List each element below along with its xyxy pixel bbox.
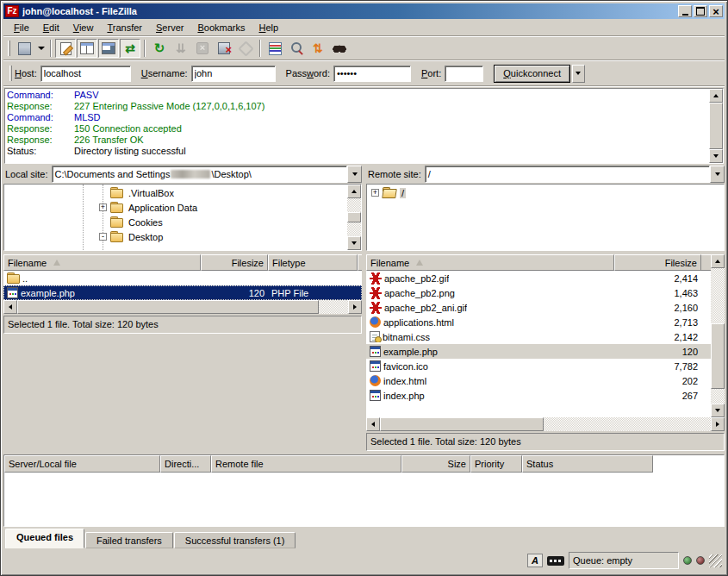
remote-list-hscrollbar[interactable] bbox=[366, 417, 725, 431]
quickconnect-field: Username: bbox=[141, 66, 276, 82]
remote-list-scrollbar[interactable] bbox=[711, 254, 725, 417]
local-list-hscrollbar[interactable] bbox=[3, 300, 362, 314]
remote-site-combobox[interactable]: / bbox=[425, 166, 725, 183]
local-path[interactable]: C:\Documents and Settings\Desktop\ bbox=[52, 166, 347, 183]
scroll-down-button[interactable] bbox=[347, 236, 361, 250]
remote-site-dropdown-button[interactable] bbox=[710, 166, 725, 183]
synchronized-browsing[interactable] bbox=[308, 39, 328, 58]
queue-tabs: Queued filesFailed transfersSuccessful t… bbox=[3, 527, 725, 548]
scroll-thumb[interactable] bbox=[711, 323, 725, 389]
file-row[interactable]: apache_pb2_ani.gif 2,160 bbox=[366, 300, 711, 315]
username-input[interactable] bbox=[191, 66, 276, 82]
scroll-thumb[interactable] bbox=[380, 417, 544, 431]
scroll-down-button[interactable] bbox=[711, 404, 725, 417]
menu-view[interactable]: View bbox=[66, 21, 101, 34]
scroll-right-button[interactable] bbox=[348, 300, 362, 314]
scroll-left-button[interactable] bbox=[3, 300, 17, 314]
column-header[interactable]: Filename bbox=[366, 254, 614, 271]
local-site-combobox[interactable]: C:\Documents and Settings\Desktop\ bbox=[52, 166, 362, 183]
local-site-dropdown-button[interactable] bbox=[347, 166, 362, 183]
port-input[interactable] bbox=[445, 66, 483, 82]
scroll-thumb[interactable] bbox=[17, 300, 319, 314]
disconnect[interactable] bbox=[214, 39, 234, 58]
directory-listing-filters[interactable] bbox=[264, 39, 285, 58]
menu-transfer[interactable]: Transfer bbox=[100, 21, 149, 34]
file-row[interactable]: apache_pb2.gif 2,414 bbox=[366, 271, 711, 285]
menu-file[interactable]: File bbox=[7, 21, 36, 34]
file-row[interactable]: example.php 120 bbox=[366, 344, 711, 359]
queue-body bbox=[4, 473, 724, 526]
quickconnect-grip[interactable] bbox=[9, 66, 12, 81]
tree-item[interactable]: .VirtualBox bbox=[4, 185, 347, 200]
tree-item[interactable]: + / bbox=[367, 185, 724, 200]
quickconnect-button[interactable]: Quickconnect bbox=[494, 65, 570, 83]
expander-icon[interactable]: - bbox=[99, 233, 107, 241]
quickconnect-dropdown-button[interactable] bbox=[572, 65, 585, 83]
queue-column-header[interactable]: Status bbox=[522, 455, 653, 473]
tree-item[interactable]: - Desktop bbox=[4, 229, 347, 244]
site-manager-dropdown[interactable] bbox=[35, 39, 47, 58]
minimize-button[interactable] bbox=[678, 5, 692, 17]
scroll-right-button[interactable] bbox=[711, 417, 725, 431]
refresh[interactable] bbox=[149, 39, 170, 58]
queue-column-header[interactable]: Priority bbox=[470, 455, 522, 473]
site-manager[interactable] bbox=[14, 39, 34, 58]
chevron-down-icon bbox=[352, 172, 358, 178]
queue-column-header[interactable]: Directi... bbox=[160, 455, 211, 473]
column-header[interactable]: Filesize bbox=[201, 254, 268, 271]
remote-path[interactable]: / bbox=[425, 166, 710, 183]
file-row[interactable]: applications.html 2,713 bbox=[366, 315, 711, 329]
scroll-down-button[interactable] bbox=[709, 149, 723, 163]
reconnect[interactable] bbox=[235, 39, 256, 58]
scroll-left-button[interactable] bbox=[366, 417, 380, 431]
scroll-up-button[interactable] bbox=[709, 89, 723, 103]
tab-failed-transfers[interactable]: Failed transfers bbox=[85, 532, 173, 548]
resize-grip[interactable] bbox=[709, 554, 722, 567]
password-input[interactable] bbox=[333, 66, 411, 82]
file-row[interactable]: example.php 120 PHP File 1 bbox=[3, 285, 362, 300]
file-row[interactable]: index.php 267 bbox=[366, 388, 711, 403]
menu-edit[interactable]: Edit bbox=[36, 21, 66, 34]
file-row[interactable]: bitnami.css 2,142 bbox=[366, 329, 711, 344]
menu-bookmarks[interactable]: Bookmarks bbox=[190, 21, 252, 34]
tree-item[interactable]: + Application Data bbox=[4, 200, 347, 215]
queue-column-header[interactable]: Size bbox=[401, 455, 470, 473]
toggle-message-log[interactable] bbox=[55, 39, 76, 58]
file-row[interactable]: favicon.ico 7,782 bbox=[366, 359, 711, 373]
queue-column-header[interactable]: Server/Local file bbox=[4, 455, 160, 473]
scroll-thumb[interactable] bbox=[347, 212, 361, 222]
log-line: Command: MLSD bbox=[7, 112, 709, 123]
expander-icon[interactable]: + bbox=[371, 189, 379, 197]
local-tree-scrollbar[interactable] bbox=[347, 185, 361, 250]
tab-queued-files[interactable]: Queued files bbox=[5, 529, 84, 548]
find-files[interactable] bbox=[329, 39, 350, 58]
toggle-remote-tree[interactable] bbox=[98, 39, 119, 58]
tree-item[interactable]: Cookies bbox=[4, 215, 347, 229]
scroll-up-button[interactable] bbox=[711, 254, 725, 268]
column-header[interactable]: Filesize bbox=[614, 254, 701, 271]
toggle-transfer-queue[interactable] bbox=[120, 39, 140, 58]
column-header[interactable]: Filetype bbox=[268, 254, 358, 271]
maximize-button[interactable] bbox=[694, 5, 707, 17]
log-scrollbar[interactable] bbox=[709, 89, 723, 163]
file-row[interactable]: .. bbox=[3, 271, 362, 285]
scroll-thumb[interactable] bbox=[709, 103, 723, 149]
column-header[interactable]: Filename bbox=[3, 254, 201, 271]
expander-icon[interactable]: + bbox=[99, 203, 107, 211]
file-size: 1,463 bbox=[614, 288, 701, 298]
scroll-up-button[interactable] bbox=[347, 185, 361, 198]
title-bar[interactable]: Fz john@localhost - FileZilla bbox=[3, 3, 725, 19]
cancel-operation[interactable] bbox=[192, 39, 213, 58]
menu-help[interactable]: Help bbox=[252, 21, 286, 34]
close-button[interactable] bbox=[709, 5, 723, 17]
menu-server[interactable]: Server bbox=[149, 21, 190, 34]
toggle-local-tree[interactable] bbox=[77, 39, 97, 58]
process-queue[interactable] bbox=[171, 39, 191, 58]
queue-column-header[interactable]: Remote file bbox=[211, 455, 401, 473]
toolbar-grip[interactable] bbox=[8, 41, 10, 56]
file-row[interactable]: index.html 202 bbox=[366, 373, 711, 388]
file-row[interactable]: apache_pb2.png 1,463 bbox=[366, 285, 711, 300]
directory-comparison[interactable] bbox=[286, 39, 307, 58]
tab-successful-transfers[interactable]: Successful transfers (1) bbox=[174, 532, 296, 548]
host-input[interactable] bbox=[40, 66, 131, 82]
